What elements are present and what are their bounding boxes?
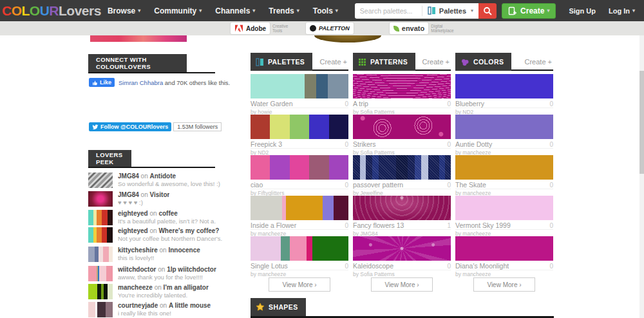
nav-tools[interactable]: Tools▾: [313, 6, 338, 15]
comment-target-link[interactable]: 1lp wiitchdoctor: [167, 266, 216, 273]
comment-thumbnail[interactable]: [88, 210, 113, 225]
palettes-tab[interactable]: PALETTES: [251, 53, 312, 71]
item-title-link[interactable]: ciao: [251, 181, 263, 189]
envato-link[interactable]: envato: [390, 23, 428, 34]
item-title-link[interactable]: passover pattern: [353, 181, 403, 189]
item-title-link[interactable]: Auntie Dotty: [455, 140, 492, 148]
item-title-link[interactable]: Blueberry: [455, 100, 484, 108]
nav-community[interactable]: Community▾: [154, 6, 202, 15]
comment-thumbnail[interactable]: [88, 247, 113, 262]
palette-thumbnail[interactable]: [251, 236, 348, 261]
comment-user-link[interactable]: JMG84: [118, 173, 139, 180]
palettes-view-more-button[interactable]: View More ›: [269, 277, 330, 292]
comment-target-link[interactable]: coffee: [158, 210, 177, 217]
search-filter-dropdown[interactable]: Palettes ▾: [422, 6, 478, 16]
adobe-tagline: Creative Tools: [272, 24, 298, 33]
patterns-tab[interactable]: PATTERNS: [353, 53, 415, 71]
item-title-link[interactable]: Freepick 3: [251, 140, 282, 148]
item-title-link[interactable]: The Skate: [455, 181, 486, 189]
search-input[interactable]: [355, 5, 422, 17]
palette-swatch: [281, 236, 290, 261]
item-title-link[interactable]: Strikers: [353, 140, 376, 148]
palette-thumbnail[interactable]: [251, 155, 348, 180]
pattern-thumbnail[interactable]: [353, 196, 451, 220]
pattern-thumbnail[interactable]: [353, 74, 451, 98]
comment-user-link[interactable]: courtneyjade: [118, 302, 158, 309]
item-title-link[interactable]: Inside a Flower: [251, 221, 296, 229]
twitter-follower-count[interactable]: 1.53M followers: [173, 122, 222, 131]
comment-target-link[interactable]: Where's my coffee?: [158, 227, 219, 234]
cropped-gold-image: [314, 35, 381, 42]
item-title-link[interactable]: Kaleidoscope: [353, 262, 393, 270]
item-title-link[interactable]: Vermont Sky 1999: [455, 221, 511, 229]
colors-create-link[interactable]: Create +: [525, 53, 553, 71]
comment-target-link[interactable]: Antidote: [149, 173, 176, 180]
nav-trends[interactable]: Trends▾: [269, 6, 299, 15]
comment-text: awww, thank you for the love!!!!: [118, 274, 216, 281]
colors-view-more-button[interactable]: View More ›: [473, 277, 535, 292]
create-button[interactable]: Create ▾: [502, 3, 556, 19]
nav-browse[interactable]: Browse▾: [108, 6, 140, 15]
colors-tab[interactable]: COLORS: [455, 53, 511, 71]
comment-text: So wonderful & awesome, love this! :): [118, 180, 220, 188]
facebook-liker-link[interactable]: Simran Chhabra: [118, 79, 163, 86]
color-thumbnail[interactable]: [455, 155, 553, 180]
lovers-peek-item: wiitchdoctor on 1lp wiitchdoctor awww, t…: [88, 266, 223, 281]
comment-target-link[interactable]: A little mouse: [169, 302, 211, 309]
pattern-thumbnail[interactable]: [353, 155, 451, 180]
item-title-link[interactable]: Fancy flowers 13: [353, 221, 404, 229]
adobe-link[interactable]: Adobe: [231, 23, 270, 34]
search-button[interactable]: [478, 3, 497, 19]
item-title-link[interactable]: A trip: [353, 100, 368, 108]
comment-user-link[interactable]: mancheeze: [118, 284, 153, 291]
palette-thumbnail[interactable]: [251, 196, 348, 220]
comment-thumbnail[interactable]: [88, 227, 113, 243]
palette-thumbnail[interactable]: [251, 115, 348, 139]
item-title-link[interactable]: Single Lotus: [251, 262, 288, 270]
search-filter-label: Palettes: [439, 7, 466, 15]
comment-user-link[interactable]: eighteyed: [118, 210, 148, 217]
twitter-follow-button[interactable]: Follow @COLOURlovers: [89, 122, 171, 131]
pattern-thumbnail[interactable]: [353, 115, 451, 139]
signup-link[interactable]: Sign Up: [569, 7, 596, 15]
item-count: 0: [549, 222, 553, 229]
login-link[interactable]: Log In▾: [609, 7, 635, 15]
facebook-like-button[interactable]: Like: [89, 78, 115, 87]
palettes-icon: [256, 58, 264, 66]
nav-channels[interactable]: Channels▾: [215, 6, 255, 15]
site-logo[interactable]: COLOURLovers: [2, 3, 101, 19]
shapes-tab[interactable]: SHAPES: [251, 298, 306, 316]
palette-item: Water Garden0 by howie: [251, 74, 348, 115]
comment-thumbnail[interactable]: [88, 284, 113, 299]
scrollbar-thumb[interactable]: [639, 71, 644, 174]
comment-target-link[interactable]: Innocence: [168, 247, 200, 254]
color-thumbnail[interactable]: [455, 74, 553, 98]
color-thumbnail[interactable]: [455, 236, 553, 261]
pattern-thumbnail[interactable]: [353, 236, 451, 261]
comment-thumbnail[interactable]: [88, 266, 113, 281]
palette-swatch: [251, 115, 270, 139]
comment-user-link[interactable]: eighteyed: [118, 227, 148, 234]
comment-target-link[interactable]: Visitor: [149, 191, 169, 198]
paletton-label: PALETTON: [319, 25, 350, 32]
comment-target-link[interactable]: I'm an alligator: [164, 284, 209, 291]
color-thumbnail[interactable]: [455, 115, 553, 139]
palette-thumbnail[interactable]: [251, 74, 348, 98]
item-title-link[interactable]: Water Garden: [251, 100, 293, 108]
cropped-pink-image[interactable]: [90, 35, 187, 42]
patterns-create-link[interactable]: Create +: [422, 53, 450, 71]
comment-user-link[interactable]: wiitchdoctor: [118, 266, 156, 273]
item-author-link[interactable]: by Sofia Patterns: [353, 271, 451, 277]
comment-user-link[interactable]: kittycheshire: [118, 247, 158, 254]
item-author-link[interactable]: by mancheeze: [455, 271, 553, 277]
comment-thumbnail[interactable]: [88, 173, 113, 188]
paletton-link[interactable]: PALETTON: [306, 23, 354, 34]
patterns-view-more-button[interactable]: View More ›: [371, 277, 433, 292]
item-title-link[interactable]: Diana's Moonlight: [455, 262, 509, 270]
comment-thumbnail[interactable]: [88, 191, 113, 207]
color-thumbnail[interactable]: [455, 196, 553, 220]
comment-user-link[interactable]: JMG84: [118, 191, 139, 198]
comment-thumbnail[interactable]: [88, 302, 113, 317]
item-author-link[interactable]: by mancheeze: [251, 271, 348, 277]
palettes-create-link[interactable]: Create +: [320, 53, 348, 71]
